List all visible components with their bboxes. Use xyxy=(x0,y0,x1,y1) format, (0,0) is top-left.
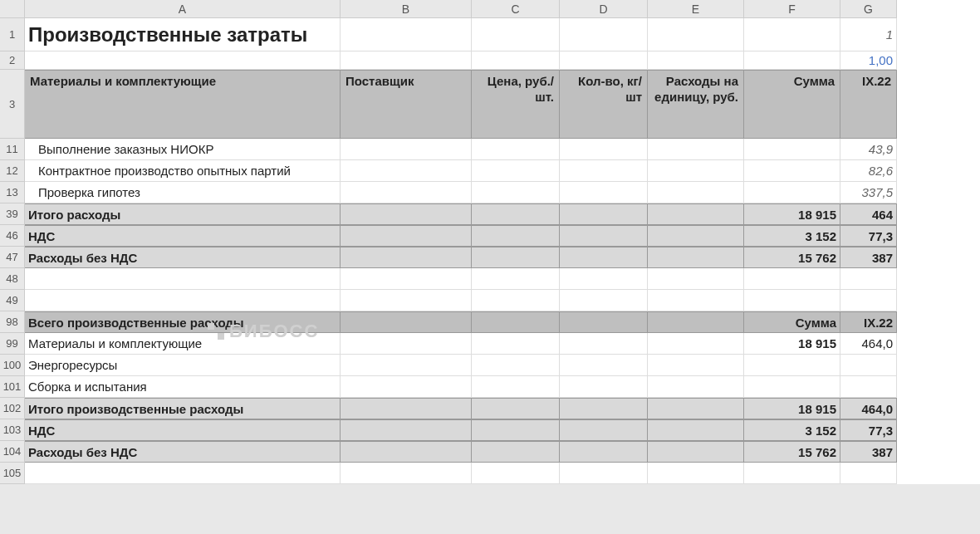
cell-G48[interactable] xyxy=(840,268,897,290)
cell-C105[interactable] xyxy=(472,463,560,484)
cell-E98[interactable] xyxy=(648,311,744,333)
cell-G98[interactable]: IX.22 xyxy=(840,311,897,333)
cell-D13[interactable] xyxy=(560,182,648,203)
row-head-3[interactable]: 3 xyxy=(0,70,25,139)
cell-E13[interactable] xyxy=(648,182,744,203)
cell-G12[interactable]: 82,6 xyxy=(840,160,897,182)
cell-A101[interactable]: Сборка и испытания xyxy=(25,376,341,398)
cell-G47[interactable]: 387 xyxy=(840,247,897,268)
header-D[interactable]: Кол-во, кг/шт xyxy=(560,70,648,139)
cell-E105[interactable] xyxy=(648,463,744,484)
row-head-2[interactable]: 2 xyxy=(0,51,25,70)
cell-F100[interactable] xyxy=(744,355,840,376)
col-head-F[interactable]: F xyxy=(744,0,840,18)
cell-A102[interactable]: Итого производственные расходы xyxy=(25,398,341,419)
cell-D39[interactable] xyxy=(560,203,648,225)
cell-E1[interactable] xyxy=(648,18,744,51)
cell-A46[interactable]: НДС xyxy=(25,225,341,247)
cell-G11[interactable]: 43,9 xyxy=(840,139,897,160)
cell-D47[interactable] xyxy=(560,247,648,268)
cell-C12[interactable] xyxy=(472,160,560,182)
cell-A98[interactable]: Всего производственные расходы xyxy=(25,311,341,333)
cell-D49[interactable] xyxy=(560,290,648,311)
header-A[interactable]: Материалы и комплектующие xyxy=(25,70,341,139)
header-F[interactable]: Сумма xyxy=(744,70,840,139)
cell-D98[interactable] xyxy=(560,311,648,333)
row-head-47[interactable]: 47 xyxy=(0,247,25,268)
cell-G102[interactable]: 464,0 xyxy=(840,398,897,419)
cell-B100[interactable] xyxy=(341,355,472,376)
cell-C49[interactable] xyxy=(472,290,560,311)
row-head-11[interactable]: 11 xyxy=(0,139,25,160)
cell-A2[interactable] xyxy=(25,51,341,70)
cell-D12[interactable] xyxy=(560,160,648,182)
cell-E2[interactable] xyxy=(648,51,744,70)
cell-B47[interactable] xyxy=(341,247,472,268)
cell-A99[interactable]: Материалы и комплектующие xyxy=(25,333,341,355)
cell-G105[interactable] xyxy=(840,463,897,484)
header-C[interactable]: Цена, руб./шт. xyxy=(472,70,560,139)
cell-D103[interactable] xyxy=(560,419,648,441)
cell-B98[interactable] xyxy=(341,311,472,333)
cell-E104[interactable] xyxy=(648,441,744,463)
cell-A47[interactable]: Расходы без НДС xyxy=(25,247,341,268)
cell-B99[interactable] xyxy=(341,333,472,355)
spreadsheet-grid[interactable]: A B C D E F G 1 Производственные затраты… xyxy=(0,0,980,484)
cell-G13[interactable]: 337,5 xyxy=(840,182,897,203)
cell-A105[interactable] xyxy=(25,463,341,484)
cell-B101[interactable] xyxy=(341,376,472,398)
col-head-B[interactable]: B xyxy=(341,0,472,18)
cell-A13[interactable]: Проверка гипотез xyxy=(25,182,341,203)
cell-D11[interactable] xyxy=(560,139,648,160)
select-all-corner[interactable] xyxy=(0,0,25,18)
cell-G103[interactable]: 77,3 xyxy=(840,419,897,441)
cell-C103[interactable] xyxy=(472,419,560,441)
col-head-G[interactable]: G xyxy=(840,0,897,18)
cell-B102[interactable] xyxy=(341,398,472,419)
cell-E100[interactable] xyxy=(648,355,744,376)
cell-F47[interactable]: 15 762 xyxy=(744,247,840,268)
cell-D102[interactable] xyxy=(560,398,648,419)
cell-D46[interactable] xyxy=(560,225,648,247)
header-B[interactable]: Поставщик xyxy=(341,70,472,139)
col-head-A[interactable]: A xyxy=(25,0,341,18)
cell-A39[interactable]: Итого расходы xyxy=(25,203,341,225)
cell-B103[interactable] xyxy=(341,419,472,441)
col-head-E[interactable]: E xyxy=(648,0,744,18)
cell-E39[interactable] xyxy=(648,203,744,225)
cell-F99[interactable]: 18 915 xyxy=(744,333,840,355)
cell-A11[interactable]: Выполнение заказных НИОКР xyxy=(25,139,341,160)
row-head-100[interactable]: 100 xyxy=(0,355,25,376)
cell-F98[interactable]: Сумма xyxy=(744,311,840,333)
cell-A48[interactable] xyxy=(25,268,341,290)
row-head-98[interactable]: 98 xyxy=(0,311,25,333)
row-head-1[interactable]: 1 xyxy=(0,18,25,51)
row-head-49[interactable]: 49 xyxy=(0,290,25,311)
cell-C100[interactable] xyxy=(472,355,560,376)
cell-G46[interactable]: 77,3 xyxy=(840,225,897,247)
row-head-103[interactable]: 103 xyxy=(0,419,25,441)
cell-B2[interactable] xyxy=(341,51,472,70)
cell-F102[interactable]: 18 915 xyxy=(744,398,840,419)
cell-F104[interactable]: 15 762 xyxy=(744,441,840,463)
cell-C101[interactable] xyxy=(472,376,560,398)
cell-C98[interactable] xyxy=(472,311,560,333)
row-head-105[interactable]: 105 xyxy=(0,463,25,484)
row-head-48[interactable]: 48 xyxy=(0,268,25,290)
cell-E49[interactable] xyxy=(648,290,744,311)
cell-E101[interactable] xyxy=(648,376,744,398)
cell-A103[interactable]: НДС xyxy=(25,419,341,441)
cell-F105[interactable] xyxy=(744,463,840,484)
cell-C13[interactable] xyxy=(472,182,560,203)
cell-G99[interactable]: 464,0 xyxy=(840,333,897,355)
cell-A49[interactable] xyxy=(25,290,341,311)
cell-G104[interactable]: 387 xyxy=(840,441,897,463)
cell-E46[interactable] xyxy=(648,225,744,247)
row-head-46[interactable]: 46 xyxy=(0,225,25,247)
cell-C11[interactable] xyxy=(472,139,560,160)
cell-A1-title[interactable]: Производственные затраты xyxy=(25,18,341,51)
cell-F12[interactable] xyxy=(744,160,840,182)
cell-G101[interactable] xyxy=(840,376,897,398)
cell-B12[interactable] xyxy=(341,160,472,182)
row-head-99[interactable]: 99 xyxy=(0,333,25,355)
